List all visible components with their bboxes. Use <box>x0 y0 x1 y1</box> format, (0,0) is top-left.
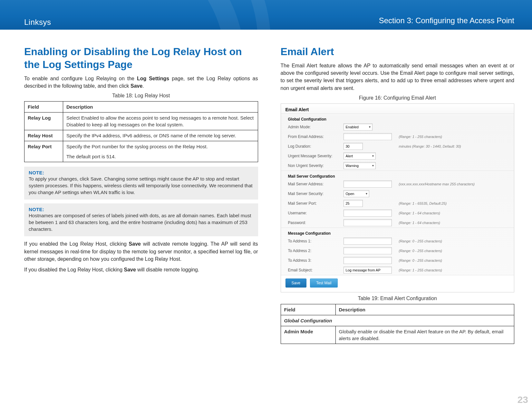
to-address-1-hint: (Range: 0 - 255 characters) <box>399 239 442 243</box>
group-mail-server: Mail Server Configuration <box>281 171 514 179</box>
row-password: Password: (Range: 1 - 64 characters) <box>281 218 514 228</box>
mail-server-address-label: Mail Server Address: <box>288 182 340 186</box>
row-to-address-2: To Address 2: (Range: 0 - 255 characters… <box>281 246 514 256</box>
mail-server-address-input[interactable] <box>343 181 392 188</box>
left-column: Enabling or Disabling the Log Relay Host… <box>24 45 258 348</box>
intro-paragraph: To enable and configure Log Relaying on … <box>24 75 258 90</box>
log-duration-hint: minutes (Range: 30 - 1440, Default: 30) <box>399 144 461 148</box>
after-paragraph-2: If you disabled the Log Relay Host, clic… <box>24 266 258 273</box>
text: . <box>142 83 144 89</box>
table-row: Relay Log Select Enabled to allow the ac… <box>24 113 258 130</box>
nonurgent-severity-label: Non Urgent Severity: <box>288 163 340 168</box>
field-desc: Specify the IPv4 address, IPv6 address, … <box>63 130 258 141</box>
note-body: To apply your changes, click Save. Chang… <box>29 175 254 196</box>
section-label: Section 3: Configuring the Access Point <box>379 16 514 25</box>
mail-server-port-hint: (Range: 1 - 65535, Default:25) <box>399 201 447 205</box>
admin-mode-select[interactable]: Enabled <box>343 123 372 131</box>
to-address-2-label: To Address 2: <box>288 249 340 253</box>
field-desc: Select Enabled to allow the access point… <box>63 113 258 130</box>
note-label: NOTE: <box>29 207 254 212</box>
password-label: Password: <box>288 220 340 225</box>
email-subject-hint: (Range: 1 - 255 characters) <box>399 268 442 272</box>
log-relay-table: Field Description Relay Log Select Enabl… <box>24 101 258 162</box>
page-header: Linksys Section 3: Configuring the Acces… <box>0 0 532 30</box>
text: If you enabled the Log Relay Host, click… <box>24 241 129 247</box>
mail-server-port-label: Mail Server Port: <box>288 201 340 206</box>
intro-paragraph: The Email Alert feature allows the AP to… <box>281 62 515 92</box>
text: will disable remote logging. <box>136 267 199 272</box>
mail-server-address-hint: (xxx.xxx.xxx.xxx/Hostname max 255 charac… <box>399 182 475 186</box>
log-duration-label: Log Duration: <box>288 144 340 149</box>
to-address-2-hint: (Range: 0 - 255 characters) <box>399 249 442 253</box>
th-field: Field <box>281 304 335 315</box>
bold-text: Log Settings <box>137 76 169 81</box>
note-box-1: NOTE: To apply your changes, click Save.… <box>24 167 258 200</box>
th-field: Field <box>24 102 63 113</box>
urgent-severity-label: Urgent Message Severity: <box>288 154 340 158</box>
email-subject-label: Email Subject: <box>288 268 340 272</box>
note-body: Hostnames are composed of series of labe… <box>29 212 254 232</box>
email-subject-input[interactable] <box>343 267 392 274</box>
text: To enable and configure Log Relaying on … <box>24 76 137 81</box>
table-row: Relay Port Specify the Port number for t… <box>24 141 258 162</box>
right-column: Email Alert The Email Alert feature allo… <box>281 45 515 348</box>
figure-button-bar: Save Test Mail <box>281 275 514 292</box>
username-label: Username: <box>288 211 340 215</box>
row-mail-server-port: Mail Server Port: (Range: 1 - 65535, Def… <box>281 199 514 208</box>
admin-mode-label: Admin Mode: <box>288 125 340 129</box>
table-header-row: Field Description <box>24 102 258 113</box>
text: If you disabled the Log Relay Host, clic… <box>24 267 124 272</box>
table-header-row: Field Description <box>281 304 514 315</box>
table-section-row: Global Configuration <box>281 315 514 326</box>
from-address-input[interactable] <box>343 133 392 140</box>
row-admin-mode: Admin Mode: Enabled▾ <box>281 122 514 132</box>
section-heading-email-alert: Email Alert <box>281 45 515 58</box>
row-email-subject: Email Subject: (Range: 1 - 255 character… <box>281 265 514 275</box>
section-heading-log-relay: Enabling or Disabling the Log Relay Host… <box>24 45 258 71</box>
username-input[interactable] <box>343 210 392 217</box>
from-address-hint: (Range: 1 - 255 characters) <box>399 135 442 139</box>
desc-text: Specify the Port number for the syslog p… <box>66 144 208 149</box>
field-name: Relay Log <box>24 113 63 130</box>
field-name: Relay Port <box>24 141 63 162</box>
mail-server-security-select[interactable]: Open <box>343 190 369 197</box>
from-address-label: From Email Address: <box>288 134 340 139</box>
to-address-2-input[interactable] <box>343 247 392 254</box>
to-address-3-label: To Address 3: <box>288 258 340 263</box>
mail-server-port-input[interactable] <box>343 200 363 207</box>
row-urgent-severity: Urgent Message Severity: Alert▾ <box>281 151 514 161</box>
row-from-address: From Email Address: (Range: 1 - 255 char… <box>281 132 514 142</box>
note-label: NOTE: <box>29 170 254 175</box>
group-global-config: Global Configuration <box>281 113 514 122</box>
to-address-3-input[interactable] <box>343 257 392 264</box>
save-button[interactable]: Save <box>285 279 306 288</box>
table-row: Admin Mode Globally enable or disable th… <box>281 326 514 344</box>
row-log-duration: Log Duration: minutes (Range: 30 - 1440,… <box>281 142 514 151</box>
th-description: Description <box>335 304 514 315</box>
note-box-2: NOTE: Hostnames are composed of series o… <box>24 203 258 236</box>
password-input[interactable] <box>343 219 392 226</box>
bold-text: Save <box>131 83 142 89</box>
row-to-address-1: To Address 1: (Range: 0 - 255 characters… <box>281 236 514 246</box>
table-caption: Table 19: Email Alert Configuration <box>281 296 515 301</box>
bold-text: Save <box>124 267 136 272</box>
figure-caption: Figure 16: Configuring Email Alert <box>281 95 515 101</box>
email-alert-figure: Email Alert Global Configuration Admin M… <box>281 103 515 292</box>
after-paragraph-1: If you enabled the Log Relay Host, click… <box>24 240 258 263</box>
row-username: Username: (Range: 1 - 64 characters) <box>281 208 514 218</box>
row-nonurgent-severity: Non Urgent Severity: Warning▾ <box>281 161 514 171</box>
field-name: Relay Host <box>24 130 63 141</box>
field-desc: Globally enable or disable the Email Ale… <box>335 326 514 344</box>
table-row: Relay Host Specify the IPv4 address, IPv… <box>24 130 258 141</box>
nonurgent-severity-select[interactable]: Warning <box>343 162 376 169</box>
field-desc: Specify the Port number for the syslog p… <box>63 141 258 162</box>
row-to-address-3: To Address 3: (Range: 0 - 255 characters… <box>281 256 514 265</box>
row-mail-server-security: Mail Server Security: Open▾ <box>281 189 514 199</box>
email-alert-table: Field Description Global Configuration A… <box>281 304 515 344</box>
page-number: 23 <box>517 394 528 405</box>
table-caption: Table 18: Log Relay Host <box>24 93 258 99</box>
log-duration-input[interactable] <box>343 143 363 150</box>
to-address-1-input[interactable] <box>343 238 392 245</box>
test-mail-button[interactable]: Test Mail <box>310 279 337 288</box>
urgent-severity-select[interactable]: Alert <box>343 152 376 160</box>
